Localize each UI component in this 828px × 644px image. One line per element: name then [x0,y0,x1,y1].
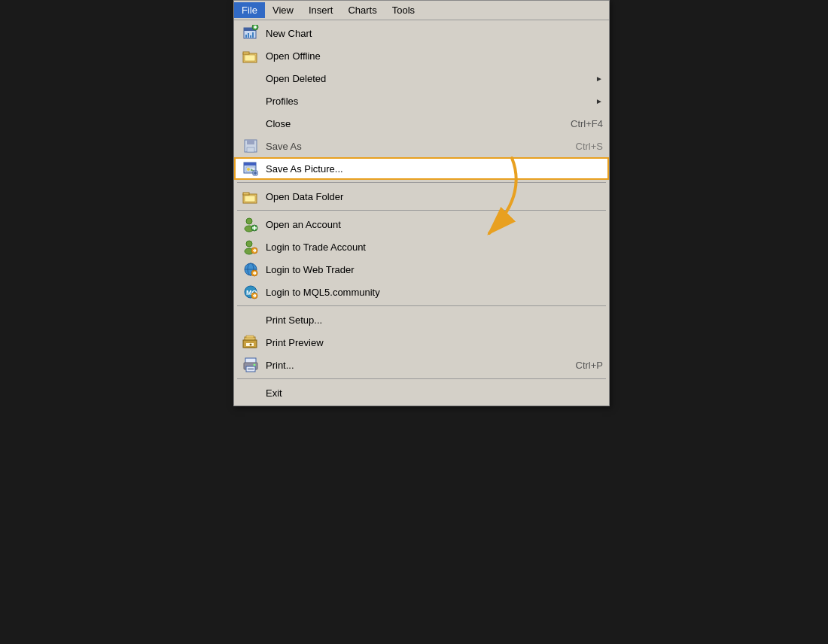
menu-item-open-account[interactable]: Open an Account [234,213,609,235]
menu-bar-view[interactable]: View [265,2,301,18]
menu-item-print-setup[interactable]: Print Setup... [234,308,609,331]
menu-list: New Chart Open Offline Open Deleted ► Pr… [234,20,609,406]
svg-rect-14 [247,147,254,152]
svg-rect-51 [246,336,254,338]
login-trade-icon [240,238,261,255]
svg-rect-24 [243,193,249,195]
save-as-shortcut: Ctrl+S [576,141,603,152]
menu-item-login-web[interactable]: Login to Web Trader [234,258,609,281]
login-mql-icon: MQ [240,284,261,300]
new-chart-icon [240,25,261,41]
menu-item-save-as[interactable]: Save As Ctrl+S [234,135,609,157]
login-mql-label: Login to MQL5.community [266,287,603,298]
no-icon-profiles [240,93,261,109]
new-chart-label: New Chart [266,28,603,39]
menu-item-close[interactable]: Close Ctrl+F4 [234,112,609,135]
menu-item-open-deleted[interactable]: Open Deleted ► [234,67,609,90]
svg-point-60 [254,364,256,366]
open-deleted-arrow: ► [595,74,603,83]
profiles-label: Profiles [266,96,589,107]
no-icon-close [240,115,261,132]
login-trade-label: Login to Trade Account [266,242,603,253]
print-label: Print... [266,360,561,371]
svg-rect-25 [245,196,255,202]
print-setup-label: Print Setup... [266,314,603,326]
exit-label: Exit [266,387,603,399]
menu-item-login-trade[interactable]: Login to Trade Account [234,235,609,258]
print-preview-label: Print Preview [266,337,603,348]
no-icon-print-setup [240,311,261,328]
separator-2 [237,210,606,211]
menu-item-login-mql[interactable]: MQ Login to MQL5.community [234,281,609,303]
open-data-folder-label: Open Data Folder [266,191,603,202]
svg-rect-57 [246,366,255,372]
separator-3 [237,305,606,306]
svg-rect-10 [243,52,249,54]
no-icon-deleted [240,70,261,87]
menu-item-print-preview[interactable]: Print Preview [234,331,609,354]
svg-rect-59 [248,369,254,370]
menu-bar-insert[interactable]: Insert [301,2,341,18]
menu-item-new-chart[interactable]: New Chart [234,22,609,44]
login-web-label: Login to Web Trader [266,264,603,275]
open-account-icon [240,216,261,232]
open-data-folder-icon [240,188,261,205]
separator-1 [237,182,606,183]
save-as-picture-label: Save As Picture... [266,163,603,175]
menu-item-open-offline[interactable]: Open Offline [234,44,609,67]
svg-point-26 [246,218,252,224]
print-shortcut: Ctrl+P [576,360,603,371]
save-as-icon [240,138,261,154]
print-preview-icon [240,334,261,351]
svg-point-54 [250,344,252,346]
close-shortcut: Ctrl+F4 [571,118,603,129]
svg-point-18 [247,168,250,171]
menu-item-profiles[interactable]: Profiles ► [234,90,609,112]
menu-item-save-as-picture[interactable]: Save As Picture... [234,157,609,180]
menu-bar: File View Insert Charts Tools [234,1,609,20]
menu-bar-charts[interactable]: Charts [340,2,384,18]
open-offline-icon [240,47,261,64]
svg-rect-58 [248,368,254,369]
no-icon-exit [240,384,261,401]
svg-point-31 [246,241,252,247]
separator-4 [237,378,606,379]
print-icon [240,357,261,373]
menu-item-exit[interactable]: Exit [234,381,609,404]
menu-item-print[interactable]: Print... Ctrl+P [234,354,609,376]
svg-rect-11 [245,55,255,61]
menu-bar-tools[interactable]: Tools [385,2,422,18]
open-deleted-label: Open Deleted [266,73,589,84]
menu-container: File View Insert Charts Tools [233,0,610,406]
menu-item-open-data-folder[interactable]: Open Data Folder [234,185,609,208]
save-as-picture-icon [240,160,261,177]
close-label: Close [266,118,556,129]
profiles-arrow: ► [595,97,603,105]
menu-bar-file[interactable]: File [234,2,265,18]
save-as-label: Save As [266,141,561,152]
svg-rect-13 [247,140,254,144]
login-web-icon [240,261,261,278]
open-account-label: Open an Account [266,219,603,230]
svg-rect-16 [244,163,256,166]
open-offline-label: Open Offline [266,50,603,62]
